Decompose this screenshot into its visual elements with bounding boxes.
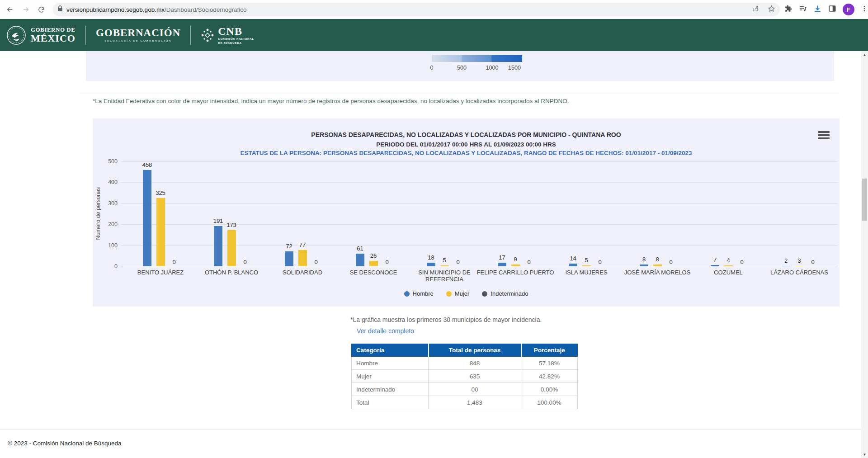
bar-mujer[interactable]	[227, 230, 236, 266]
gobernacion-logo[interactable]: GOBERNACIÓN SECRETARÍA DE GOBERNACIÓN	[96, 28, 180, 42]
url-text: versionpublicarnpdno.segob.gob.mx/Dashbo…	[66, 6, 752, 13]
table-body: Hombre84857.18%Mujer63542.82%Indetermina…	[352, 357, 578, 409]
table-cell: 635	[429, 370, 521, 383]
data-label: 191	[213, 217, 223, 224]
menu-dots-icon[interactable]	[861, 5, 868, 14]
address-bar[interactable]: versionpublicarnpdno.segob.gob.mx/Dashbo…	[53, 3, 780, 16]
sidepanel-icon[interactable]	[828, 5, 836, 14]
table-header-row: CategoríaTotal de personasPorcentaje	[352, 344, 578, 357]
y-axis-title: Número de personas	[95, 173, 101, 254]
refresh-icon[interactable]	[35, 3, 47, 16]
bar-mujer[interactable]	[156, 198, 165, 266]
y-tick-label: 100	[108, 242, 118, 249]
color-axis-tick: 500	[457, 65, 467, 71]
color-axis-tick: 0	[430, 65, 434, 71]
y-tick-label: 0	[114, 263, 118, 269]
bar-hombre[interactable]	[214, 226, 222, 266]
back-icon[interactable]	[4, 3, 16, 16]
data-label: 3	[797, 257, 801, 264]
page: versionpublicarnpdno.segob.gob.mx/Dashbo…	[0, 0, 868, 458]
legend-dot-icon	[404, 291, 410, 297]
forward-icon[interactable]	[19, 3, 32, 16]
data-label: 0	[740, 259, 743, 265]
color-axis-ticks: 050010001500	[432, 65, 522, 72]
data-label: 17	[499, 254, 505, 261]
extensions-icon[interactable]	[784, 5, 793, 14]
map-card: 050010001500	[79, 51, 840, 94]
data-label: 0	[385, 259, 388, 265]
bar-mujer[interactable]	[582, 265, 591, 266]
table-header-cell: Total de personas	[429, 344, 521, 357]
table-cell: 848	[429, 357, 521, 370]
chart-footnote: *La gráfica muestra los primeros 30 muni…	[350, 316, 542, 323]
gridline	[121, 203, 838, 204]
data-label: 4	[726, 257, 730, 264]
bar-hombre[interactable]	[285, 251, 293, 266]
data-label: 173	[226, 222, 236, 228]
bar-hombre[interactable]	[356, 254, 364, 266]
chart-context-menu-icon[interactable]	[818, 130, 830, 140]
profile-avatar[interactable]: F	[843, 4, 854, 15]
playlist-icon[interactable]	[799, 5, 807, 14]
table-cell: 1,483	[429, 396, 521, 409]
bar-mujer[interactable]	[440, 265, 449, 266]
bar-mujer[interactable]	[724, 265, 733, 266]
page-footer: © 2023 - Comisión Nacional de Búsqueda	[0, 430, 868, 458]
data-label: 5	[443, 257, 446, 264]
scrollbar-thumb[interactable]	[862, 179, 867, 221]
data-label: 0	[669, 259, 672, 265]
scroll-down-icon[interactable]: ▼	[861, 451, 868, 458]
star-icon[interactable]	[768, 5, 775, 14]
table-cell: Indeterminado	[352, 383, 429, 396]
table-cell: 0.00%	[521, 383, 578, 396]
gobierno-de-mexico-logo[interactable]: GOBIERNO DE MÉXICO	[6, 25, 75, 45]
bar-mujer[interactable]	[298, 250, 307, 266]
legend-item-mujer[interactable]: Mujer	[446, 290, 470, 297]
map-area: 050010001500	[86, 51, 834, 81]
data-label: 0	[243, 259, 246, 265]
x-category-label: JOSÉ MARÍA MORELOS	[618, 269, 696, 276]
bar-mujer[interactable]	[795, 266, 804, 266]
data-label: 72	[286, 243, 292, 250]
legend-label: Mujer	[455, 290, 470, 297]
data-label: 26	[370, 252, 377, 259]
legend-item-hombre[interactable]: Hombre	[404, 290, 434, 297]
table-cell: Hombre	[352, 357, 429, 370]
bar-hombre[interactable]	[711, 265, 719, 266]
data-label: 77	[299, 241, 306, 248]
bar-hombre[interactable]	[782, 266, 790, 266]
table-row: Hombre84857.18%	[352, 357, 578, 370]
table-cell: 42.82%	[521, 370, 578, 383]
table-row: Total1,483100.00%	[352, 396, 578, 409]
bar-hombre[interactable]	[427, 263, 435, 266]
bar-hombre[interactable]	[569, 264, 577, 266]
cnb-logo[interactable]: CNB COMISIÓN NACIONAL DE BÚSQUEDA	[201, 26, 254, 44]
ver-detalle-link[interactable]: Ver detalle completo	[357, 327, 414, 335]
browser-actions: F	[784, 4, 868, 15]
summary-table: CategoríaTotal de personasPorcentaje Hom…	[351, 344, 578, 409]
bar-mujer[interactable]	[369, 261, 378, 266]
legend-item-indeterminado[interactable]: Indeterminado	[482, 290, 528, 297]
legend-label: Indeterminado	[491, 290, 528, 297]
scroll-up-icon[interactable]: ▲	[861, 51, 868, 58]
bar-mujer[interactable]	[653, 264, 662, 266]
data-label: 0	[456, 259, 459, 265]
x-category-label: SOLIDARIDAD	[264, 269, 341, 276]
table-cell: Mujer	[352, 370, 429, 383]
bar-hombre[interactable]	[640, 264, 648, 266]
legend-dot-icon	[446, 291, 452, 297]
data-label: 0	[811, 259, 814, 265]
data-label: 7	[713, 256, 717, 263]
y-tick-label: 400	[108, 179, 118, 185]
scrollbar[interactable]: ▲ ▼	[861, 51, 868, 458]
data-label: 0	[314, 259, 317, 265]
header-divider	[85, 26, 86, 45]
map-footnote: *La Entidad Federativa con color de mayo…	[93, 98, 726, 104]
data-label: 0	[598, 259, 601, 265]
x-category-label: LÁZARO CÁRDENAS	[760, 269, 838, 276]
download-icon[interactable]	[813, 5, 822, 15]
share-icon[interactable]	[752, 5, 760, 14]
bar-hombre[interactable]	[498, 263, 506, 266]
bar-hombre[interactable]	[143, 170, 151, 266]
bar-mujer[interactable]	[511, 264, 520, 266]
